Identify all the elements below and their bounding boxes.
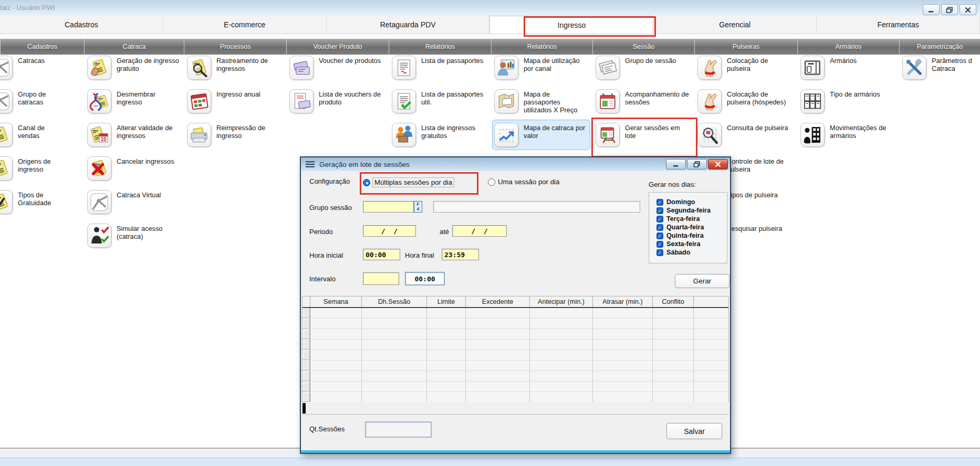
table-cell[interactable] (427, 308, 466, 318)
menu-item-consulta-de-pulseira[interactable]: Consulta de pulseira (695, 120, 795, 150)
row-selector-cell[interactable] (303, 361, 310, 370)
checkbox-checked-icon[interactable]: ✓ (656, 199, 663, 206)
menu-item-lista-de-vouchers-de-produto[interactable]: Lista de vouchers de produto (287, 86, 387, 116)
menu-item-coloca-o-de-pulseira-h-spedes[interactable]: Colocação de pulseira (hóspedes) (695, 86, 795, 116)
menu-item-reimpress-o-de-ingresso[interactable]: Reimpressão de ingresso (185, 120, 284, 150)
tab-ferramentas[interactable]: Ferramentas (817, 16, 980, 34)
menu-item-mapa-de-utiliza-o-por-canal[interactable]: Mapa de utilização por canal (492, 52, 590, 83)
table-cell[interactable] (310, 308, 362, 318)
radio-label[interactable]: Múltiplas sessões por dia (373, 178, 454, 187)
row-selector-cell[interactable] (303, 392, 310, 402)
table-cell[interactable] (427, 382, 466, 391)
table-cell[interactable] (466, 382, 530, 391)
day-checkbox-row-s-bado[interactable]: ✓Sábado (656, 248, 727, 257)
menu-item-tipos-de-gratuidade[interactable]: Tipos de Gratuidade (0, 187, 67, 217)
table-row[interactable] (303, 329, 728, 340)
table-cell[interactable] (466, 319, 530, 329)
menu-item-canal-de-vendas[interactable]: Canal de vendas (0, 120, 67, 150)
table-cell[interactable] (466, 308, 530, 318)
menu-item-lista-de-passaportes-util[interactable]: Lista de passaportes util. (390, 86, 489, 116)
table-cell[interactable] (593, 371, 653, 381)
gerar-button[interactable]: Gerar (675, 274, 729, 288)
tab-cadastros[interactable]: Cadastros (0, 16, 163, 34)
table-cell[interactable] (427, 319, 466, 329)
day-checkbox-row-segunda-feira[interactable]: ✓Segunda-feira (656, 206, 727, 215)
salvar-button[interactable]: Salvar (666, 423, 722, 439)
table-cell[interactable] (466, 340, 530, 350)
checkbox-checked-icon[interactable]: ✓ (656, 249, 663, 256)
checkbox-checked-icon[interactable]: ✓ (656, 241, 663, 248)
intervalo-time-input[interactable] (405, 272, 445, 285)
f4-lookup-button[interactable]: F4 (414, 201, 422, 213)
menu-item-lista-de-ingressos-gratuitos[interactable]: Lista de ingressos gratuitos (390, 120, 489, 150)
table-cell[interactable] (653, 329, 694, 339)
periodo-ate-input[interactable] (452, 225, 507, 237)
menu-item-catracas[interactable]: Catracas (0, 52, 67, 83)
checkbox-checked-icon[interactable]: ✓ (656, 207, 663, 214)
table-cell[interactable] (362, 361, 427, 370)
table-cell[interactable] (427, 329, 466, 339)
table-cell[interactable] (310, 329, 362, 339)
checkbox-checked-icon[interactable]: ✓ (656, 232, 663, 239)
table-cell[interactable] (362, 329, 427, 339)
table-cell[interactable] (362, 319, 427, 329)
table-cell[interactable] (427, 350, 466, 360)
table-cell[interactable] (653, 361, 694, 370)
menu-item-arm-rios[interactable]: Armários (798, 52, 897, 83)
table-cell[interactable] (427, 371, 466, 381)
grupo-sessao-input[interactable] (363, 201, 414, 213)
menu-item-desmembrar-ingresso[interactable]: Desmembrar ingresso (85, 86, 182, 116)
table-cell[interactable] (653, 392, 694, 402)
table-cell[interactable] (530, 308, 593, 318)
table-cell[interactable] (427, 340, 466, 350)
menu-item-origens-de-ingresso[interactable]: Origens de ingresso (0, 153, 67, 184)
row-selector-cell[interactable] (303, 350, 310, 360)
table-cell[interactable] (593, 340, 653, 350)
row-selector-cell[interactable] (303, 308, 310, 318)
menu-item-catraca-virtual[interactable]: Catraca Virtual (85, 187, 182, 217)
table-cell[interactable] (466, 392, 530, 402)
table-cell[interactable] (530, 350, 593, 360)
table-row[interactable] (303, 340, 728, 350)
radio-multiplas-sessoes[interactable]: Múltiplas sessões por dia (363, 178, 454, 187)
menu-item-gera-o-de-ingresso-gratuito[interactable]: Geração de ingresso gratuito (85, 52, 182, 83)
row-selector-cell[interactable] (303, 319, 310, 329)
menu-item-mapa-de-catraca-por-valor[interactable]: Mapa de catraca por valor (492, 120, 590, 150)
table-cell[interactable] (530, 329, 593, 339)
dialog-minimize-button[interactable] (666, 159, 686, 170)
table-cell[interactable] (362, 308, 427, 318)
table-cell[interactable] (653, 371, 694, 381)
menu-item-acompanhamento-de-sess-es[interactable]: Acompanhamento de sessões (593, 86, 692, 116)
table-cell[interactable] (310, 340, 362, 350)
tab-gerencial[interactable]: Gerencial (653, 16, 817, 34)
day-checkbox-row-quarta-feira[interactable]: ✓Quarta-feira (656, 223, 727, 231)
table-cell[interactable] (310, 392, 362, 402)
table-cell[interactable] (310, 319, 362, 329)
table-cell[interactable] (593, 319, 653, 329)
table-cell[interactable] (362, 382, 427, 391)
row-selector-cell[interactable] (303, 382, 310, 391)
menu-item-grupo-de-sess-o[interactable]: Grupo de sessão (593, 52, 692, 83)
table-cell[interactable] (653, 340, 694, 350)
table-cell[interactable] (530, 382, 593, 391)
table-cell[interactable] (466, 350, 530, 360)
table-cell[interactable] (362, 371, 427, 381)
table-cell[interactable] (530, 319, 593, 329)
radio-uma-sessao[interactable]: Uma sessão por dia (488, 178, 559, 186)
radio-label[interactable]: Uma sessão por dia (498, 178, 559, 186)
dialog-close-button[interactable] (708, 159, 728, 170)
table-row[interactable] (303, 319, 728, 329)
table-row[interactable] (303, 361, 728, 371)
dialog-title-bar[interactable]: Geração em lote de sessões (301, 157, 730, 171)
table-cell[interactable] (310, 382, 362, 391)
tab-ingresso[interactable]: Ingresso (489, 16, 653, 34)
menu-item-coloca-o-de-pulseira[interactable]: Colocação de pulseira (695, 52, 795, 83)
periodo-de-input[interactable] (363, 225, 416, 237)
table-cell[interactable] (427, 361, 466, 370)
table-cell[interactable] (310, 361, 362, 370)
table-hscrollbar[interactable] (302, 402, 729, 415)
table-cell[interactable] (466, 371, 530, 381)
table-cell[interactable] (362, 340, 427, 350)
table-cell[interactable] (530, 361, 593, 370)
radio-dot-selected[interactable] (363, 179, 370, 186)
